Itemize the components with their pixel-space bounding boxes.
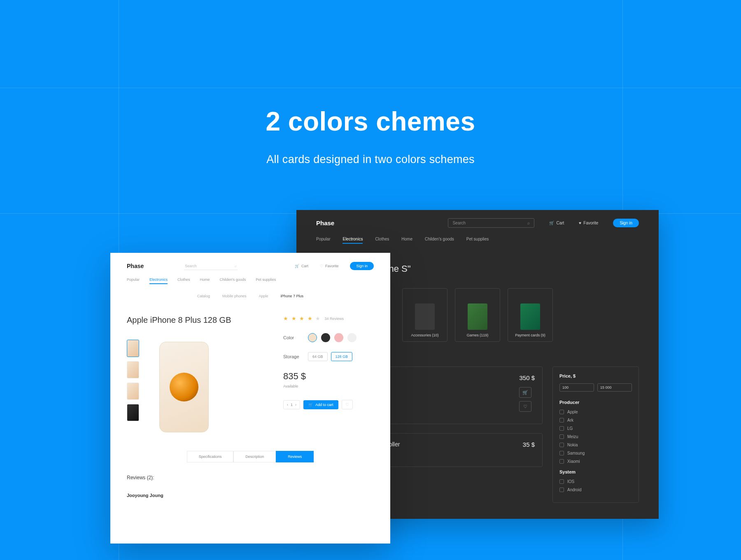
color-swatch[interactable]	[334, 333, 343, 342]
add-to-cart-button[interactable]: 🛒Add to cart	[303, 400, 338, 409]
crumb[interactable]: Mobile phones	[222, 294, 247, 298]
filter-option[interactable]: Meizu	[559, 434, 632, 439]
nav-item[interactable]: Home	[401, 237, 412, 244]
filter-label: Android	[567, 488, 581, 492]
add-cart-button[interactable]: 🛒	[519, 387, 531, 398]
favorite-label: Favorite	[325, 264, 339, 268]
checkbox	[559, 451, 564, 455]
filter-option[interactable]: IOS	[559, 479, 632, 484]
light-card: Phase Search ⌕ 🛒Cart ♡Favorite Sign in P…	[110, 253, 390, 544]
bundle-label: Accessories (10)	[411, 333, 438, 337]
price: 835 $	[283, 371, 374, 382]
storage-button[interactable]: 64 GB	[308, 352, 328, 361]
availability: Available	[283, 384, 374, 388]
filter-option[interactable]: LG	[559, 426, 632, 431]
filter-label: Xiaomi	[567, 459, 580, 464]
tab-active[interactable]: Reviews	[276, 451, 314, 462]
filter-option[interactable]: Nokia	[559, 443, 632, 447]
filter-label: Ark	[567, 418, 573, 422]
nav-item[interactable]: Clothes	[375, 237, 389, 244]
filter-label: LG	[567, 426, 573, 431]
filter-option[interactable]: Samsung	[559, 451, 632, 455]
reviews-heading: Reviews (2):	[127, 475, 374, 481]
filter-option[interactable]: Xiaomi	[559, 459, 632, 464]
nav-item[interactable]: Popular	[316, 237, 330, 244]
checkbox	[559, 459, 564, 464]
heart-icon: ♡	[320, 264, 323, 268]
price-range	[559, 383, 632, 392]
qty-stepper[interactable]: ‹1›	[283, 400, 300, 409]
option-label: Storage	[283, 354, 308, 359]
search-icon: ⌕	[235, 264, 237, 268]
rating-row: ★ ★ ★ ★ ★ 34 Reviews	[283, 315, 374, 322]
stars: ★ ★ ★ ★ ★	[283, 315, 321, 322]
bundle-image	[468, 303, 487, 330]
nav-item[interactable]: Childen's goods	[220, 278, 246, 284]
thumbnail[interactable]	[127, 340, 139, 357]
hero: 2 colors chemes All cards designed in tw…	[0, 106, 741, 166]
cart-link[interactable]: 🛒 Cart	[549, 221, 564, 225]
crumb[interactable]: Apple	[259, 294, 268, 298]
nav-item[interactable]: Home	[200, 278, 210, 284]
logo[interactable]: Phase	[127, 263, 144, 269]
buy-row: ‹1› 🛒Add to cart ♡	[283, 400, 374, 409]
add-label: Add to cart	[315, 403, 333, 407]
nav: Popular Electronics Clothes Home Childen…	[110, 275, 390, 288]
color-swatch[interactable]	[308, 333, 317, 342]
signin-button[interactable]: Sign in	[613, 219, 639, 227]
color-swatch[interactable]	[321, 333, 330, 342]
filter-label: Apple	[567, 410, 578, 414]
filter-option[interactable]: Apple	[559, 410, 632, 414]
search-input[interactable]: Search ⌕	[448, 218, 534, 228]
price-max-input[interactable]	[597, 383, 632, 392]
nav-item-active[interactable]: Electronics	[149, 278, 168, 284]
checkbox	[559, 479, 564, 484]
checkbox	[559, 426, 564, 431]
qty-value: 1	[291, 403, 293, 407]
filter-option[interactable]: Ark	[559, 418, 632, 422]
checkbox	[559, 418, 564, 422]
cart-icon: 🛒	[295, 264, 299, 268]
price: 35 $	[523, 441, 535, 448]
cart-link[interactable]: 🛒Cart	[295, 264, 308, 268]
filter-heading: System	[559, 469, 632, 474]
price-min-input[interactable]	[559, 383, 594, 392]
guideline	[0, 88, 741, 88]
nav-item[interactable]: Pet supplies	[256, 278, 276, 284]
tab[interactable]: Specifications	[187, 451, 234, 462]
filter-label: IOS	[567, 479, 574, 484]
crumb[interactable]: Catalog	[197, 294, 210, 298]
bundle-card[interactable]: Games (119)	[455, 288, 500, 342]
fav-button[interactable]: ♡	[519, 401, 531, 412]
logo[interactable]: Phase	[316, 219, 334, 226]
thumbnail[interactable]	[127, 361, 139, 378]
bundle-card[interactable]: Accessories (10)	[402, 288, 447, 342]
storage-button-selected[interactable]: 128 GB	[331, 352, 353, 361]
filter-option[interactable]: Android	[559, 488, 632, 492]
color-swatch[interactable]	[347, 333, 357, 342]
bundle-card[interactable]: Payment cards (9)	[508, 288, 553, 342]
filter-label: Nokia	[567, 443, 578, 447]
cart-label: Cart	[556, 221, 564, 225]
nav-item[interactable]: Childen's goods	[425, 237, 454, 244]
favorite-link[interactable]: ♡Favorite	[320, 264, 339, 268]
reviewer-name: Jooyoung Joung	[127, 493, 374, 498]
thumbnail[interactable]	[127, 404, 139, 421]
nav-item-active[interactable]: Electronics	[343, 237, 363, 244]
nav-item[interactable]: Clothes	[177, 278, 190, 284]
search-input[interactable]: Search ⌕	[184, 262, 238, 270]
checkbox	[559, 443, 564, 447]
fav-button[interactable]: ♡	[342, 400, 353, 409]
signin-button[interactable]: Sign in	[350, 262, 374, 270]
nav-item[interactable]: Popular	[127, 278, 140, 284]
storage-option: Storage 64 GB 128 GB	[283, 352, 374, 361]
cart-label: Cart	[301, 264, 308, 268]
hero-subtitle: All cards designed in two colors schemes	[0, 153, 741, 166]
review-count[interactable]: 34 Reviews	[324, 317, 344, 321]
thumbnail[interactable]	[127, 383, 139, 400]
tab[interactable]: Description	[233, 451, 276, 462]
filters: Price, $ Producer Apple Ark LG Meizu Nok…	[552, 366, 639, 503]
nav-item[interactable]: Pet supplies	[466, 237, 489, 244]
search-placeholder: Search	[185, 264, 197, 268]
favorite-link[interactable]: ♥ Favorite	[579, 221, 598, 225]
